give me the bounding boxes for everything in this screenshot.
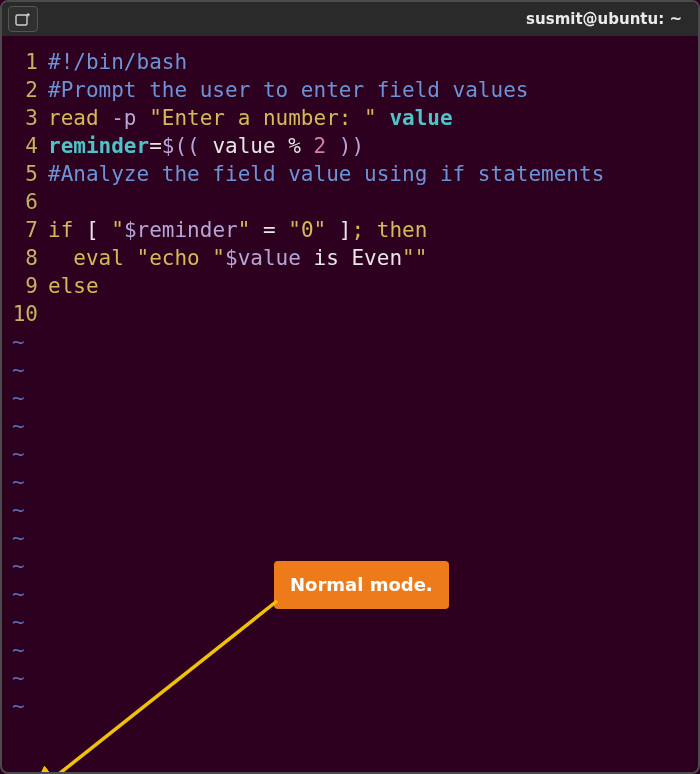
empty-line: ~ [8, 636, 688, 664]
empty-line: ~ [8, 496, 688, 524]
code-line: 8 eval "echo "$value is Even"" [8, 244, 688, 272]
new-tab-icon [15, 12, 31, 26]
empty-line: ~ [8, 328, 688, 356]
code-line: 4reminder=$(( value % 2 )) [8, 132, 688, 160]
code-text: reminder=$(( value % 2 )) [48, 132, 688, 160]
code-text: #Prompt the user to enter field values [48, 76, 688, 104]
code-line: 6 [8, 188, 688, 216]
window-titlebar: susmit@ubuntu: ~ [2, 2, 698, 36]
line-number: 7 [8, 216, 48, 244]
code-text: #!/bin/bash [48, 48, 688, 76]
code-text [48, 188, 688, 216]
line-number: 3 [8, 104, 48, 132]
empty-line: ~ [8, 664, 688, 692]
empty-line: ~ [8, 356, 688, 384]
code-line: 2#Prompt the user to enter field values [8, 76, 688, 104]
line-number: 1 [8, 48, 48, 76]
line-number: 2 [8, 76, 48, 104]
code-text: if [ "$reminder" = "0" ]; then [48, 216, 688, 244]
code-text [48, 300, 688, 328]
annotation-text: Normal mode. [290, 574, 433, 595]
code-line: 10 [8, 300, 688, 328]
empty-line: ~ [8, 468, 688, 496]
code-text: read -p "Enter a number: " value [48, 104, 688, 132]
line-number: 8 [8, 244, 48, 272]
vim-editor[interactable]: 1#!/bin/bash 2#Prompt the user to enter … [2, 36, 698, 772]
code-line: 9else [8, 272, 688, 300]
code-text: else [48, 272, 688, 300]
empty-line: ~ [8, 608, 688, 636]
line-number: 9 [8, 272, 48, 300]
window-title: susmit@ubuntu: ~ [526, 10, 692, 28]
empty-line: ~ [8, 412, 688, 440]
line-number: 4 [8, 132, 48, 160]
line-number: 10 [8, 300, 48, 328]
line-number: 5 [8, 160, 48, 188]
empty-line: ~ [8, 440, 688, 468]
new-tab-button[interactable] [8, 6, 38, 32]
empty-line: ~ [8, 384, 688, 412]
code-text: eval "echo "$value is Even"" [48, 244, 688, 272]
svg-rect-0 [16, 15, 27, 25]
code-text: #Analyze the field value using if statem… [48, 160, 688, 188]
code-line: 1#!/bin/bash [8, 48, 688, 76]
empty-line: ~ [8, 692, 688, 720]
code-line: 5#Analyze the field value using if state… [8, 160, 688, 188]
code-line: 3read -p "Enter a number: " value [8, 104, 688, 132]
annotation-callout: Normal mode. [274, 561, 449, 609]
line-number: 6 [8, 188, 48, 216]
empty-line: ~ [8, 524, 688, 552]
code-line: 7if [ "$reminder" = "0" ]; then [8, 216, 688, 244]
